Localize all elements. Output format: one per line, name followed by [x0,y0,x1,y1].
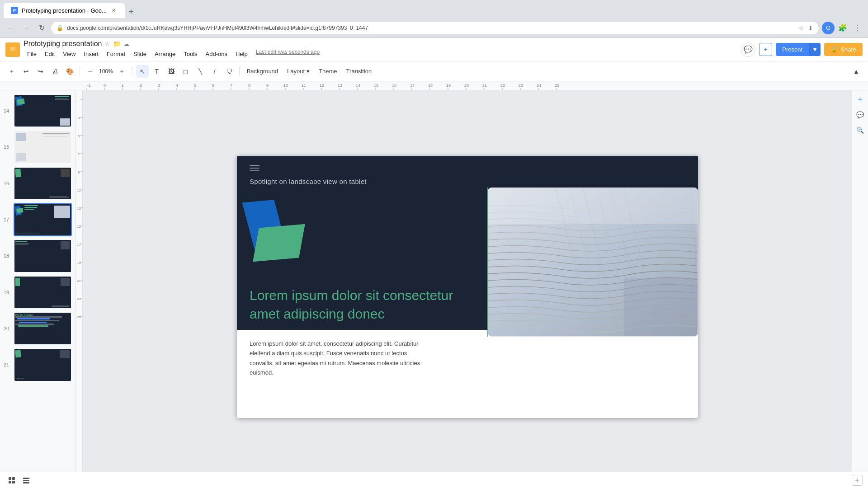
browser-right-controls: G 🧩 ⋮ [822,22,863,34]
chat-panel-icon[interactable]: 💬 [855,109,866,120]
layout-button[interactable]: Layout ▾ [283,66,313,76]
background-button[interactable]: Background [243,66,282,76]
shape-tool-button[interactable]: ◻ [179,65,192,78]
shape21 [15,350,21,358]
list-view-button[interactable] [20,474,33,487]
menu-insert[interactable]: Insert [80,49,102,59]
svg-rect-1 [10,47,15,51]
thanks21: Thank you [15,377,24,380]
add-slide-button[interactable]: ＋ [5,65,18,78]
main-area: 14 15 [0,90,868,488]
slide-20-container: 20 Project Timeline [4,312,72,345]
slide-canvas[interactable]: Spotlight on landscape view on tablet Lo… [237,156,698,418]
svg-text:20: 20 [464,83,469,88]
add-button[interactable]: + [759,43,773,56]
svg-text:21: 21 [77,279,81,283]
menu-file[interactable]: File [24,49,40,59]
slide-21-thumbnail[interactable]: Thank you [14,348,72,381]
app-menu: File Edit View Insert Format Slide Arran… [24,49,320,59]
menu-line-1 [250,165,259,166]
svg-text:1: 1 [76,100,78,102]
forward-button[interactable]: → [20,22,33,34]
img16 [61,169,70,177]
slide-17-inner [14,204,71,235]
text18 [15,241,29,245]
add-panel-button[interactable]: + [855,94,866,105]
menu-help[interactable]: Help [232,49,251,59]
text-tool-button[interactable]: T [151,65,163,78]
zoom-in-button[interactable]: + [116,65,128,78]
slide-16-thumbnail[interactable] [14,167,72,200]
line-tool-button[interactable]: ╲ [194,65,207,78]
comment-tool-button[interactable]: 🗨 [223,65,236,78]
active-tab[interactable]: P Prototyping presentation - Goo... ✕ [4,3,125,18]
slide-top: Spotlight on landscape view on tablet [237,156,698,192]
select-tool-button[interactable]: ↖ [136,65,149,78]
background-label: Background [247,68,278,75]
last-edit-label[interactable]: Last edit was seconds ago [256,49,320,59]
slide-19-thumbnail[interactable] [14,276,72,309]
new-tab-button[interactable]: + [125,5,137,18]
slide-20-thumbnail[interactable]: Project Timeline [14,312,72,345]
tab-favicon: P [11,7,18,14]
profile-icon[interactable]: G [822,22,835,34]
undo-button[interactable]: ↩ [20,65,33,78]
img19 [61,278,70,286]
slide-16-inner [14,168,71,199]
svg-text:6: 6 [212,83,214,88]
vertical-ruler: 1 3 5 7 9 11 13 15 17 19 21 23 25 [76,90,83,488]
img18 [61,241,70,249]
menu-icon[interactable]: ⋮ [851,22,863,34]
canvas-area: Spotlight on landscape view on tablet Lo… [83,90,852,488]
reload-button[interactable]: ↻ [35,22,48,34]
menu-addons[interactable]: Add-ons [202,49,231,59]
redo-button[interactable]: ↪ [34,65,47,78]
menu-format[interactable]: Format [103,49,129,59]
transition-button[interactable]: Transition [343,66,376,76]
svg-text:3: 3 [158,83,160,88]
zoom-out-button[interactable]: − [84,65,96,78]
shape19 [15,278,20,286]
history-icon[interactable]: ⬇ [808,24,813,32]
presentation-title[interactable]: Prototyping presentation [24,40,102,48]
present-button[interactable]: Present [776,43,809,56]
print-button[interactable]: 🖨 [49,65,61,78]
back-button[interactable]: ← [5,22,17,34]
svg-text:12: 12 [320,83,324,88]
collapse-panel-button[interactable]: ▲ [850,65,863,78]
slide-17-thumbnail[interactable] [14,203,72,236]
extensions-icon[interactable]: 🧩 [836,22,849,34]
add-icon: + [764,46,768,53]
paint-format-button[interactable]: 🎨 [63,65,76,78]
tab-close-button[interactable]: ✕ [110,7,118,14]
heading17 [24,205,38,210]
menu-line-3 [250,170,259,171]
address-bar[interactable]: 🔒 docs.google.com/presentation/d/1cJuRKe… [51,21,819,35]
bookmark-icon[interactable]: ☆ [798,24,804,32]
menu-tools[interactable]: Tools [180,49,201,59]
zoom-level[interactable]: 100% [97,68,115,75]
grid-view-button[interactable] [5,474,18,487]
cloud-icon[interactable]: ☁ [123,40,130,47]
image-tool-button[interactable]: 🖼 [165,65,178,78]
proj-rows [15,316,70,327]
slide-body-text: Lorem ipsum dolor sit amet, consectetur … [250,339,430,378]
add-slide-bottom-button[interactable]: + [852,475,863,486]
menu-arrange[interactable]: Arrange [151,49,179,59]
explore-panel-icon[interactable]: 🔍 [855,125,866,136]
star-icon[interactable]: ☆ [104,40,110,47]
folder-icon[interactable]: 📁 [113,40,121,47]
slide-image-placeholder [488,188,698,337]
present-dropdown-button[interactable]: ▼ [809,43,821,56]
comment-button[interactable]: 💬 [741,42,755,57]
slide-18-thumbnail[interactable] [14,239,72,272]
slide-14-thumbnail[interactable] [14,94,72,127]
connector-tool-button[interactable]: / [208,65,221,78]
menu-slide[interactable]: Slide [130,49,150,59]
slide-19-container: 19 [4,276,72,309]
share-button[interactable]: 🔒 Share [824,43,863,56]
menu-edit[interactable]: Edit [41,49,58,59]
theme-button[interactable]: Theme [315,66,340,76]
slide-15-thumbnail[interactable] [14,130,72,164]
menu-view[interactable]: View [59,49,79,59]
